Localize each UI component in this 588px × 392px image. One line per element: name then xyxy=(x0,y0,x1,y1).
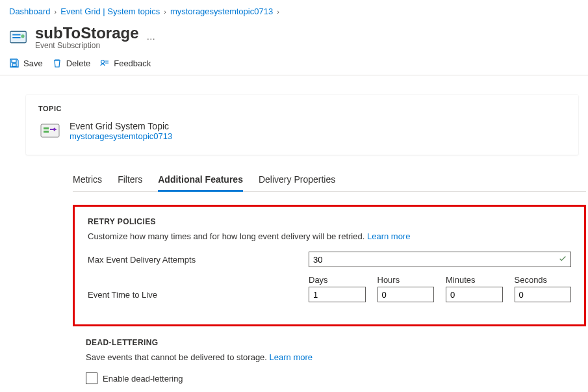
chevron-right-icon: › xyxy=(55,8,57,16)
ttl-seconds-label: Seconds xyxy=(515,275,572,285)
more-menu-icon[interactable]: … xyxy=(141,31,161,42)
svg-point-1 xyxy=(21,34,24,38)
topic-card-label: TOPIC xyxy=(38,105,566,112)
delete-button-label: Delete xyxy=(66,59,91,68)
event-grid-topic-icon xyxy=(38,119,62,142)
svg-point-2 xyxy=(101,60,105,64)
tab-additional-features[interactable]: Additional Features xyxy=(158,170,243,192)
enable-dead-lettering-label: Enable dead-lettering xyxy=(103,374,183,384)
topic-card: TOPIC Event Grid System Topic mystorages… xyxy=(26,95,578,155)
chevron-right-icon: › xyxy=(277,8,279,16)
topic-name-link[interactable]: mystoragesystemtopic0713 xyxy=(70,131,172,141)
ttl-minutes-label: Minutes xyxy=(446,275,503,285)
feedback-icon xyxy=(99,58,110,68)
enable-dead-lettering-checkbox[interactable] xyxy=(86,372,97,384)
breadcrumb: Dashboard › Event Grid | System topics ›… xyxy=(0,0,588,19)
tabs: Metrics Filters Additional Features Deli… xyxy=(73,166,586,192)
ttl-minutes-input[interactable] xyxy=(446,287,503,302)
delete-button[interactable]: Delete xyxy=(52,58,91,68)
check-icon xyxy=(558,254,567,263)
tab-metrics[interactable]: Metrics xyxy=(73,170,102,192)
ttl-seconds-input[interactable] xyxy=(515,287,572,302)
dead-lettering-description: Save events that cannot be delivered to … xyxy=(86,352,573,362)
svg-rect-4 xyxy=(44,127,49,129)
max-attempts-label: Max Event Delivery Attempts xyxy=(88,255,309,265)
ttl-hours-label: Hours xyxy=(377,275,435,285)
max-attempts-input[interactable] xyxy=(309,252,571,267)
save-icon xyxy=(9,58,19,68)
retry-policies-section: RETRY POLICIES Customize how many times … xyxy=(73,205,586,326)
chevron-right-icon: › xyxy=(164,8,166,16)
ttl-days-label: Days xyxy=(309,275,366,285)
retry-learn-more-link[interactable]: Learn more xyxy=(367,231,410,241)
tab-filters[interactable]: Filters xyxy=(118,170,142,192)
event-subscription-icon xyxy=(9,28,27,46)
svg-rect-5 xyxy=(44,131,49,133)
breadcrumb-item-topic[interactable]: mystoragesystemtopic0713 xyxy=(170,7,273,16)
topic-type: Event Grid System Topic xyxy=(70,121,172,131)
retry-policies-title: RETRY POLICIES xyxy=(88,217,571,226)
dead-lettering-title: DEAD-LETTERING xyxy=(86,338,573,347)
feedback-button-label: Feedback xyxy=(114,59,151,68)
ttl-hours-input[interactable] xyxy=(377,287,435,302)
breadcrumb-item-dashboard[interactable]: Dashboard xyxy=(9,7,51,16)
breadcrumb-item-eventgrid[interactable]: Event Grid | System topics xyxy=(60,7,160,16)
page-title: subToStorage xyxy=(35,24,139,42)
feedback-button[interactable]: Feedback xyxy=(99,58,151,68)
save-button[interactable]: Save xyxy=(9,58,43,68)
retry-policies-description: Customize how many times and for how lon… xyxy=(88,231,571,241)
toolbar: Save Delete Feedback xyxy=(0,50,588,75)
tab-delivery-properties[interactable]: Delivery Properties xyxy=(259,170,335,192)
ttl-label: Event Time to Live xyxy=(88,290,309,302)
page-subtitle: Event Subscription xyxy=(35,41,161,50)
trash-icon xyxy=(52,58,62,68)
resource-header: subToStorage … Event Subscription xyxy=(0,19,588,50)
save-button-label: Save xyxy=(23,59,43,68)
ttl-days-input[interactable] xyxy=(309,287,366,302)
dead-lettering-section: DEAD-LETTERING Save events that cannot b… xyxy=(73,326,586,391)
deadletter-learn-more-link[interactable]: Learn more xyxy=(270,352,313,362)
